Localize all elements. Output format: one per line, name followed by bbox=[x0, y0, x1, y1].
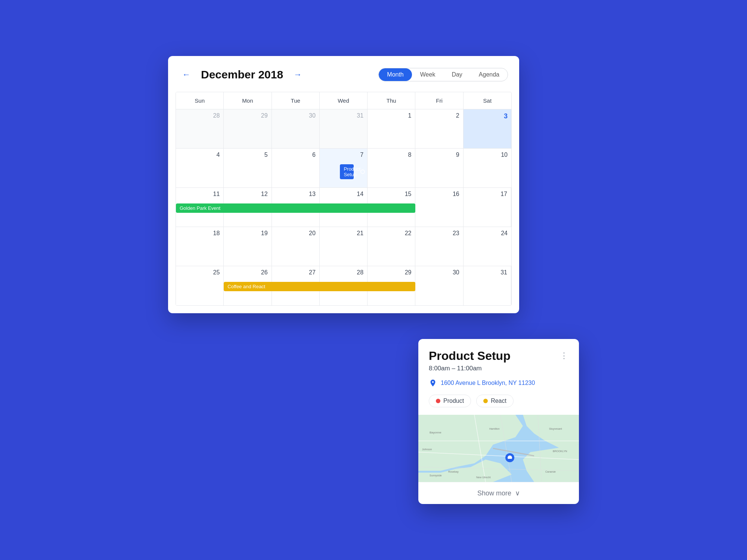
svg-text:New Utrecht: New Utrecht bbox=[476, 476, 491, 479]
cal-week-4: 18 19 20 21 22 23 24 bbox=[176, 227, 511, 266]
cal-day[interactable]: 31 bbox=[320, 109, 368, 148]
cal-day[interactable]: 23 bbox=[415, 227, 463, 266]
weekday-fri: Fri bbox=[415, 92, 463, 109]
cal-day[interactable]: 8 bbox=[368, 149, 415, 187]
popup-title: Product Setup bbox=[429, 349, 511, 363]
cal-day[interactable]: 6 bbox=[272, 149, 320, 187]
cal-day[interactable]: 30 bbox=[272, 109, 320, 148]
cal-day[interactable]: 24 bbox=[464, 227, 511, 266]
event-indicator bbox=[360, 169, 365, 174]
calendar-header: ← December 2018 → Month Week Day Agenda bbox=[176, 68, 512, 81]
cal-title-group: ← December 2018 → bbox=[179, 68, 305, 81]
react-dot bbox=[483, 399, 488, 403]
next-month-button[interactable]: → bbox=[291, 69, 305, 80]
cal-day[interactable]: 30 bbox=[415, 266, 463, 305]
chevron-down-icon: ∨ bbox=[515, 489, 520, 497]
prev-month-button[interactable]: ← bbox=[179, 69, 193, 80]
svg-text:BROOKLYN: BROOKLYN bbox=[553, 450, 567, 452]
view-week-button[interactable]: Week bbox=[412, 68, 444, 81]
cal-day[interactable]: 25 bbox=[176, 266, 224, 305]
weekday-mon: Mon bbox=[224, 92, 272, 109]
cal-day[interactable]: 5 bbox=[224, 149, 272, 187]
svg-text:Hamilton: Hamilton bbox=[489, 427, 500, 430]
cal-day[interactable]: 1 bbox=[368, 109, 415, 148]
weekday-sat: Sat bbox=[464, 92, 511, 109]
svg-text:Johnson: Johnson bbox=[422, 448, 432, 451]
more-options-icon[interactable]: ⋮ bbox=[560, 351, 568, 361]
cal-day[interactable]: 21 bbox=[320, 227, 368, 266]
cal-week-3: 11 12 13 14 15 16 17 Golden Park Event bbox=[176, 188, 511, 227]
coffee-react-event[interactable]: Coffee and React bbox=[224, 282, 415, 291]
popup-footer[interactable]: Show more ∨ bbox=[418, 482, 579, 504]
golden-park-event[interactable]: Golden Park Event bbox=[176, 203, 415, 213]
tag-product-label: Product bbox=[443, 398, 464, 404]
show-more-label: Show more bbox=[477, 489, 511, 497]
cal-day[interactable]: 28 bbox=[176, 109, 224, 148]
weekday-headers: Sun Mon Tue Wed Thu Fri Sat bbox=[176, 92, 511, 109]
calendar-grid: Sun Mon Tue Wed Thu Fri Sat 28 29 30 31 … bbox=[176, 92, 512, 306]
view-agenda-button[interactable]: Agenda bbox=[471, 68, 508, 81]
location-pin-icon bbox=[429, 379, 437, 387]
cal-day[interactable]: 16 bbox=[415, 188, 463, 227]
cal-week-1: 28 29 30 31 1 2 3 bbox=[176, 109, 511, 149]
svg-text:Canarsie: Canarsie bbox=[545, 470, 556, 473]
tag-react-label: React bbox=[491, 398, 506, 404]
view-switcher: Month Week Day Agenda bbox=[378, 68, 508, 81]
svg-text:Bayonne: Bayonne bbox=[430, 431, 441, 434]
weekday-thu: Thu bbox=[368, 92, 415, 109]
cal-day[interactable]: 18 bbox=[176, 227, 224, 266]
map-svg: Bayonne Stuyvesant Johnson BROOKLYN Cana… bbox=[418, 415, 579, 482]
cal-day[interactable]: 19 bbox=[224, 227, 272, 266]
tag-react[interactable]: React bbox=[476, 395, 514, 407]
cal-day[interactable]: 29 bbox=[224, 109, 272, 148]
view-month-button[interactable]: Month bbox=[379, 68, 412, 81]
event-popup-card: Product Setup ⋮ 8:00am – 11:00am 1600 Av… bbox=[418, 339, 579, 504]
calendar-card: ← December 2018 → Month Week Day Agenda … bbox=[168, 56, 519, 313]
popup-tags: Product React bbox=[429, 395, 568, 407]
cal-day[interactable]: 2 bbox=[415, 109, 463, 148]
popup-location-text: 1600 Avenue L Brooklyn, NY 11230 bbox=[441, 380, 535, 386]
cal-week-5: 25 26 27 28 29 30 31 Coffee and React bbox=[176, 266, 511, 305]
scene: ← December 2018 → Month Week Day Agenda … bbox=[168, 56, 579, 504]
weekday-sun: Sun bbox=[176, 92, 224, 109]
popup-location: 1600 Avenue L Brooklyn, NY 11230 bbox=[429, 379, 568, 387]
cal-day-today[interactable]: 3 bbox=[464, 109, 511, 148]
tag-product[interactable]: Product bbox=[429, 395, 471, 407]
cal-day[interactable]: 22 bbox=[368, 227, 415, 266]
popup-body: Product Setup ⋮ 8:00am – 11:00am 1600 Av… bbox=[418, 339, 579, 407]
svg-text:Sunnyside: Sunnyside bbox=[430, 474, 442, 477]
cal-day[interactable]: 17 bbox=[464, 188, 511, 227]
product-setup-event[interactable]: Product Setup bbox=[340, 164, 353, 179]
popup-time: 8:00am – 11:00am bbox=[429, 365, 568, 372]
weekday-tue: Tue bbox=[272, 92, 320, 109]
cal-day[interactable]: 9 bbox=[415, 149, 463, 187]
calendar-title: December 2018 bbox=[201, 68, 283, 81]
svg-text:Stuyvesant: Stuyvesant bbox=[549, 427, 562, 430]
cal-day[interactable]: 10 bbox=[464, 149, 511, 187]
cal-day[interactable]: 31 bbox=[464, 266, 511, 305]
product-dot bbox=[436, 399, 440, 403]
cal-day[interactable]: 20 bbox=[272, 227, 320, 266]
view-day-button[interactable]: Day bbox=[443, 68, 470, 81]
weekday-wed: Wed bbox=[320, 92, 368, 109]
popup-header: Product Setup ⋮ bbox=[429, 349, 568, 363]
popup-map: Bayonne Stuyvesant Johnson BROOKLYN Cana… bbox=[418, 415, 579, 482]
cal-day[interactable]: 4 bbox=[176, 149, 224, 187]
svg-text:Rosebay: Rosebay bbox=[448, 470, 459, 473]
cal-week-2: 4 5 6 7 Product Setup 8 9 10 bbox=[176, 149, 511, 188]
cal-day[interactable]: 7 Product Setup bbox=[320, 149, 368, 187]
